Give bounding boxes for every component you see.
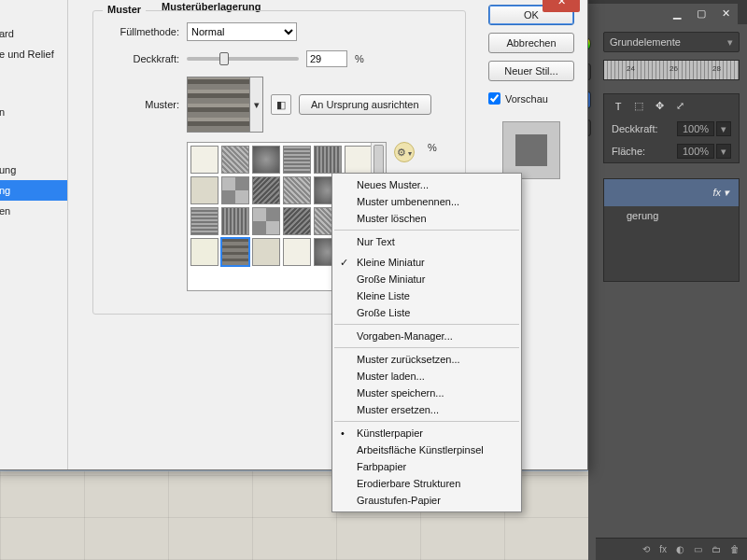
pattern-cell[interactable]	[190, 176, 218, 204]
pattern-cell[interactable]	[221, 146, 249, 174]
pattern-cell[interactable]	[221, 207, 249, 235]
pattern-cell[interactable]	[252, 176, 280, 204]
layer-opacity-dropdown[interactable]: ▾	[716, 121, 731, 136]
menu-item[interactable]: Muster speichern...	[332, 385, 521, 401]
status-mask-icon[interactable]: ◐	[676, 544, 684, 554]
ruler: 24 26 28	[603, 60, 740, 80]
menu-item[interactable]: Muster ersetzen...	[332, 401, 521, 418]
right-panel: Grundelemente 24 26 28 T ⬚ ✥ ⤢ Deckkraft…	[596, 24, 747, 560]
effect-item[interactable]: n	[0, 102, 67, 122]
pattern-cell[interactable]	[252, 238, 280, 266]
pattern-cell[interactable]	[190, 146, 218, 174]
scale-unit: %	[428, 142, 437, 153]
pattern-cell[interactable]	[252, 146, 280, 174]
snap-origin-button[interactable]: An Ursprung ausrichten	[299, 94, 431, 115]
status-bar: ⟲ fx ◐ ▭ 🗀 🗑	[596, 538, 747, 560]
pattern-cell[interactable]	[283, 238, 311, 266]
preview-swatch	[502, 121, 560, 179]
dialog-close-button[interactable]: ✕	[543, 0, 580, 12]
menu-item[interactable]: Muster laden...	[332, 368, 521, 385]
crop-tool-icon[interactable]: ⬚	[632, 100, 645, 112]
preview-checkbox[interactable]: Vorschau	[488, 92, 574, 105]
maximize-button[interactable]: ▢	[689, 4, 713, 22]
status-folder-icon[interactable]: 🗀	[712, 544, 721, 554]
pattern-cell[interactable]	[283, 207, 311, 235]
menu-separator	[334, 421, 519, 422]
percent-unit: %	[355, 53, 364, 64]
status-fx-icon[interactable]: fx	[659, 544, 667, 554]
pattern-cell[interactable]	[283, 146, 311, 174]
menu-item[interactable]: Kleine Miniatur	[332, 254, 521, 271]
status-link-icon[interactable]: ⟲	[642, 544, 650, 554]
fill-label: Fläche:	[612, 146, 645, 157]
transform-tool-icon[interactable]: ⤢	[673, 100, 686, 112]
pattern-opacity-slider[interactable]	[187, 57, 299, 61]
type-tool-icon[interactable]: T	[612, 101, 625, 112]
workspace-preset-dropdown[interactable]: Grundelemente	[603, 32, 740, 52]
effect-item[interactable]: ard	[0, 23, 67, 44]
menu-item[interactable]: Künstlerpapier	[332, 425, 521, 441]
workspace-preset-label: Grundelemente	[610, 36, 681, 48]
menu-item[interactable]: Vorgaben-Manager...	[332, 328, 521, 344]
move-tool-icon[interactable]: ✥	[653, 100, 666, 112]
pattern-cell[interactable]	[221, 176, 249, 204]
cancel-button[interactable]: Abbrechen	[488, 33, 574, 53]
effect-item[interactable]: en	[0, 201, 67, 221]
layer-row-active[interactable]: fx ▾	[604, 179, 739, 206]
menu-item[interactable]: Arbeitsfläche Künstlerpinsel	[332, 441, 521, 458]
pattern-cell[interactable]	[283, 176, 311, 204]
menu-item[interactable]: Muster löschen	[332, 210, 521, 227]
pattern-cell[interactable]	[252, 207, 280, 235]
menu-item[interactable]: Große Miniatur	[332, 271, 521, 287]
fieldset-legend: Muster	[103, 4, 146, 15]
pattern-opacity-input[interactable]	[306, 50, 347, 67]
status-adjust-icon[interactable]: ▭	[694, 544, 702, 554]
layer-fx-badge: fx	[712, 187, 721, 199]
menu-item[interactable]: Muster zurücksetzen...	[332, 351, 521, 368]
pattern-cell[interactable]	[345, 146, 371, 174]
pattern-cell[interactable]	[314, 146, 342, 174]
close-button[interactable]: ✕	[713, 4, 738, 22]
effect-item[interactable]: e und Relief	[0, 44, 67, 64]
layer-opacity-value[interactable]: 100%	[677, 121, 714, 136]
menu-separator	[334, 324, 519, 325]
pattern-cell[interactable]	[221, 238, 249, 266]
menu-item[interactable]: Farbpapier	[332, 458, 521, 475]
menu-item[interactable]: Nur Text	[332, 233, 521, 250]
tool-options-palette: T ⬚ ✥ ⤢ Deckkraft: 100% ▾ Fläche: 100% ▾	[603, 93, 740, 163]
pattern-dropdown-arrow[interactable]: ▾	[250, 77, 263, 133]
layer-effect-row[interactable]: gerung	[604, 206, 739, 225]
menu-item[interactable]: Kleine Liste	[332, 287, 521, 304]
menu-item[interactable]: Neues Muster...	[332, 176, 521, 193]
picker-flyout-button[interactable]: ⚙	[394, 142, 415, 162]
menu-separator	[334, 347, 519, 348]
minimize-button[interactable]: ▁	[665, 4, 689, 22]
pattern-cell[interactable]	[190, 238, 218, 266]
layers-palette: fx ▾ gerung	[603, 178, 740, 282]
fill-mode-select[interactable]: Normal	[187, 22, 297, 41]
pattern-label: Muster:	[106, 99, 179, 110]
pattern-opacity-label: Deckkraft:	[106, 53, 179, 64]
new-preset-icon[interactable]: ◧	[271, 94, 291, 115]
effect-item[interactable]: ung	[0, 160, 67, 180]
menu-separator	[334, 230, 519, 231]
effect-item-selected[interactable]: ng	[0, 180, 67, 201]
layer-fill-value[interactable]: 100%	[677, 144, 714, 159]
menu-item[interactable]: Graustufen-Papier	[332, 492, 521, 509]
pattern-cell[interactable]	[190, 207, 218, 235]
pattern-flyout-menu: Neues Muster...Muster umbenennen...Muste…	[331, 173, 522, 512]
fill-mode-label: Füllmethode:	[106, 26, 179, 37]
status-trash-icon[interactable]: 🗑	[730, 544, 740, 554]
pattern-thumbnail[interactable]	[187, 77, 250, 133]
effect-list: ard e und Relief n ung ng en	[0, 0, 68, 469]
layer-fill-dropdown[interactable]: ▾	[716, 144, 731, 159]
menu-item[interactable]: Erodierbare Strukturen	[332, 475, 521, 492]
menu-item[interactable]: Große Liste	[332, 304, 521, 321]
new-style-button[interactable]: Neuer Stil...	[488, 61, 574, 81]
opacity-label: Deckkraft:	[612, 123, 658, 134]
menu-item[interactable]: Muster umbenennen...	[332, 193, 521, 210]
